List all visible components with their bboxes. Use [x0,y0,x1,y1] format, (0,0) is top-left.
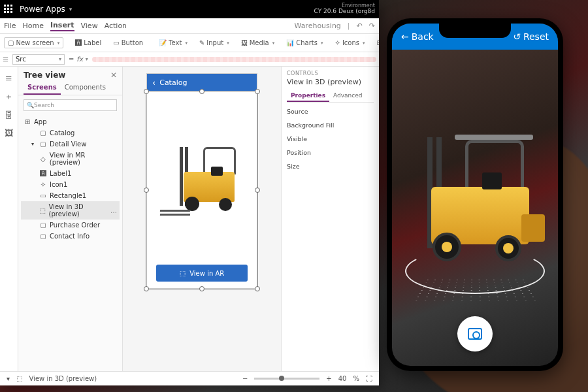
tree-node-detail-view[interactable]: ▾▢Detail View [21,139,120,150]
insert-ribbon: ▢ New screen▾ 🅰 Label ▭ Button 📝 Text▾ ✎… [0,34,379,52]
tree-node-icon1[interactable]: ✧Icon1 [21,179,120,190]
tree-node-label1[interactable]: 🅰Label1 [21,168,120,179]
prop-background-fill[interactable]: Background Fill [287,122,374,129]
zoom-out-button[interactable]: − [242,375,248,382]
file-menu: File Home Insert View Action Warehousing… [0,18,379,34]
props-section-label: CONTROLS [287,71,374,76]
left-rail: ≡ ＋ 🗄 🖼 [0,67,18,371]
tree-search-input[interactable]: 🔍 Search [24,99,117,111]
environment-picker[interactable]: Environment CY 20.6 Deux (org8d [314,3,375,16]
fit-to-window-icon[interactable]: ⛶ [366,375,372,382]
properties-pane: CONTROLS View in 3D (preview) Properties… [281,67,379,371]
tree-node-contact-info[interactable]: ▢Contact Info [21,231,120,242]
tree-tabs: Screens Components [18,81,122,95]
phone-screen: ←Back ↺Reset [392,24,558,366]
menu-file[interactable]: File [4,22,16,30]
insert-charts-menu[interactable]: 📊 Charts▾ [282,37,327,48]
resize-handle[interactable] [255,89,260,94]
resize-handle[interactable] [144,188,149,193]
chevron-down-icon[interactable]: ▾ [7,375,10,382]
new-screen-button[interactable]: ▢ New screen▾ [4,37,63,48]
tree-node-app[interactable]: ⊞App [21,116,120,127]
insert-text-menu[interactable]: 📝 Text▾ [155,37,191,48]
fx-icon: fx [76,56,82,63]
refresh-icon: ↺ [513,31,521,42]
zoom-percent: % [353,375,359,382]
phone-reset-button[interactable]: ↺Reset [513,31,549,42]
formula-bar: ☰ Src▾ = fx▾ [0,52,379,67]
insert-pane-icon[interactable]: ＋ [5,91,13,103]
resize-handle[interactable] [255,286,260,291]
insert-label-button[interactable]: 🅰 Label [71,37,105,48]
menu-insert[interactable]: Insert [50,21,74,31]
data-pane-icon[interactable]: 🗄 [5,110,13,120]
tree-node-purchase-order[interactable]: ▢Purchase Order [21,220,120,231]
title-bar: Power Apps ▾ Environment CY 20.6 Deux (o… [0,0,379,18]
resize-handle[interactable] [144,286,149,291]
resize-handle[interactable] [199,89,204,94]
tree-node-view-in-3d[interactable]: ⬚View in 3D (preview)… [21,201,120,220]
app-name-field[interactable]: Warehousing [294,22,340,30]
selection-frame [146,91,258,289]
prop-source[interactable]: Source [287,108,374,115]
prop-position[interactable]: Position [287,149,374,156]
tree: ⊞App ▢Catalog ▾▢Detail View ◇View in MR … [18,115,122,371]
ar-viewport[interactable] [392,50,558,366]
insert-custom-menu[interactable]: ⊞ Custom▾ [373,37,379,48]
insert-input-menu[interactable]: ✎ Input▾ [195,37,233,48]
undo-icon[interactable]: ↶ [357,22,363,30]
status-bar: ▾ ⬚ View in 3D (preview) − + 40 % ⛶ [0,371,379,385]
canvas-area[interactable]: ‹ Catalog ⬚ View in AR [123,67,281,371]
phone-mockup: ←Back ↺Reset [387,18,576,384]
menu-view[interactable]: View [81,22,98,30]
formula-input[interactable] [92,57,376,62]
tree-view-title: Tree view [24,71,65,80]
insert-button-button[interactable]: ▭ Button [109,37,147,48]
prop-size[interactable]: Size [287,163,374,170]
powerapps-studio-window: Power Apps ▾ Environment CY 20.6 Deux (o… [0,0,379,385]
resize-handle[interactable] [144,89,149,94]
insert-media-menu[interactable]: 🖼 Media▾ [237,37,279,48]
tab-components[interactable]: Components [61,81,110,95]
tree-view-icon[interactable]: ≡ [5,73,12,83]
phone-back-button[interactable]: ←Back [401,31,434,42]
chevron-down-icon[interactable]: ▾ [69,6,73,12]
prop-visible[interactable]: Visible [287,135,374,142]
insert-icons-menu[interactable]: ✧ Icons▾ [331,37,368,48]
app-preview[interactable]: ‹ Catalog ⬚ View in AR [146,73,257,289]
preview-title: Catalog [159,78,187,87]
close-icon[interactable]: ✕ [110,71,117,80]
phone-device: ←Back ↺Reset [387,18,563,371]
app-title: Power Apps [20,5,65,14]
capture-button[interactable] [457,316,493,351]
tree-node-catalog[interactable]: ▢Catalog [21,127,120,139]
ar-placement-ring [405,248,545,294]
workspace: ≡ ＋ 🗄 🖼 Tree view✕ Screens Components 🔍 … [0,67,379,371]
status-selected-control: View in 3D (preview) [29,375,97,382]
camera-icon [468,328,482,340]
zoom-slider[interactable] [254,378,319,380]
menu-action[interactable]: Action [105,22,127,30]
menu-home[interactable]: Home [22,22,43,30]
resize-handle[interactable] [255,188,260,193]
arrow-left-icon: ← [401,31,409,42]
tree-view-pane: Tree view✕ Screens Components 🔍 Search ⊞… [18,67,123,371]
phone-notch [439,24,511,38]
back-chevron-icon[interactable]: ‹ [152,78,155,88]
app-launcher-icon[interactable] [4,5,13,14]
tree-node-rectangle1[interactable]: ▭Rectangle1 [21,190,120,201]
resize-handle[interactable] [199,286,204,291]
environment-name: CY 20.6 Deux (org8d [314,8,375,15]
tab-properties[interactable]: Properties [287,90,329,102]
zoom-value: 40 [338,375,347,382]
cube-icon: ⬚ [16,375,22,382]
tree-node-view-in-mr[interactable]: ◇View in MR (preview) [21,150,120,168]
tab-screens[interactable]: Screens [24,81,61,95]
media-pane-icon[interactable]: 🖼 [5,128,13,138]
props-control-name: View in 3D (preview) [287,78,374,86]
redo-icon[interactable]: ↷ [369,22,375,30]
zoom-in-button[interactable]: + [326,375,331,382]
tab-advanced[interactable]: Advanced [329,90,366,102]
property-selector[interactable]: Src▾ [12,54,65,65]
